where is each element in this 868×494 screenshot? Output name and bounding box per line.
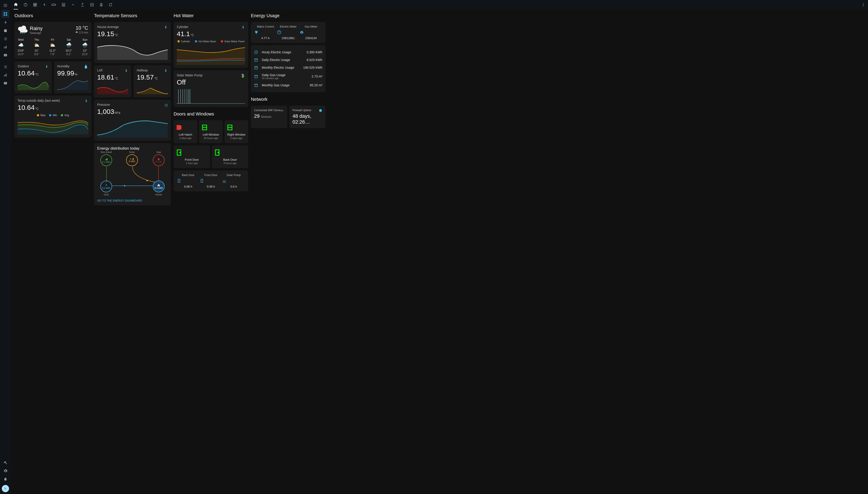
svg-rect-15	[34, 3, 35, 4]
water-icon: 💧	[83, 64, 88, 69]
svg-rect-7	[6, 46, 6, 49]
rain-icon	[18, 25, 27, 35]
chart-icon[interactable]	[0, 43, 11, 51]
door-stats-card[interactable]: Back Door0.06 h Front Door0.06 h Solar P…	[174, 170, 248, 191]
user-avatar[interactable]: h	[2, 485, 9, 492]
thermometer-icon: 🌡	[125, 69, 128, 73]
svg-rect-17	[34, 5, 35, 6]
section-outdoors: Outdoors	[15, 13, 91, 18]
pressure-card[interactable]: ◷ Pressure 1,003hPa	[94, 100, 171, 141]
solar-pump-card[interactable]: 🍃 Solar Water Pump Off	[174, 70, 248, 107]
svg-rect-3	[6, 15, 7, 16]
outdoor-temp-card[interactable]: 🌡 Outdoor 10.64°C	[15, 61, 52, 93]
menu-icon[interactable]	[0, 1, 11, 10]
settings-icon[interactable]	[0, 467, 11, 475]
calendar-icon	[254, 65, 259, 70]
window-closed-icon	[226, 124, 246, 131]
entity-row[interactable]: Monthly Electric Usage199.525 KWh	[254, 64, 322, 71]
svg-rect-10	[5, 74, 6, 76]
section-doors: Doors and Windows	[174, 111, 248, 117]
svg-rect-1	[6, 13, 7, 14]
entity-row[interactable]: Monthly Gas Usage65.20 m³	[254, 81, 322, 89]
overflow-menu-icon[interactable]	[861, 0, 865, 10]
door-left-window[interactable]: Left Window16 hours ago	[199, 120, 223, 143]
weather-card[interactable]: Rainy Swanage 10 °C 2.5 mm Wed☁️13.6°10.…	[15, 22, 91, 59]
house-avg-card[interactable]: 🌡 House Average 19.15°C	[94, 22, 171, 63]
calendar-icon	[254, 74, 259, 78]
svg-rect-59	[255, 66, 258, 69]
media-icon[interactable]	[0, 51, 11, 59]
hallway-card[interactable]: 🌡 Hallway 19.57°C	[134, 65, 171, 97]
topbar	[11, 0, 868, 10]
door-front[interactable]: Front Door1 hour ago	[174, 145, 210, 168]
door-icon	[200, 178, 222, 183]
svg-point-65	[319, 109, 322, 112]
energy-glance-card[interactable]: Mains Current4.77 A Electric Meter236128…	[251, 22, 325, 43]
tab-battery-icon[interactable]	[52, 0, 56, 10]
tab-upload-icon[interactable]	[80, 0, 84, 10]
door-icon	[177, 178, 200, 183]
tab-up-icon[interactable]	[71, 0, 75, 10]
door-closed-icon	[214, 149, 246, 156]
list-icon[interactable]	[0, 35, 11, 43]
forecast-day: Sat🌧️10.1°6.2°	[65, 38, 72, 56]
loft-card[interactable]: 🌡 Loft 18.61°C	[94, 65, 131, 97]
humidity-card[interactable]: 💧 Humidity 99.99%	[54, 61, 91, 93]
gauge-icon: ◷	[165, 103, 168, 107]
svg-point-29	[863, 4, 864, 5]
svg-point-22	[63, 4, 64, 6]
forecast-day: Wed☁️13.6°10.5°	[18, 38, 24, 56]
notifications-icon[interactable]	[0, 475, 11, 483]
chart2-icon[interactable]	[0, 71, 11, 79]
thermometer-icon: 🌡	[84, 99, 88, 103]
tab-washer-icon[interactable]	[61, 0, 65, 10]
chart-line-icon	[222, 178, 245, 183]
temp-daily-card[interactable]: 🌡 Temp outside daily (last week) 10.64°C…	[15, 96, 91, 138]
forecast-day: Thu⛅11°8.6°	[34, 38, 40, 56]
thermometer-icon: 🌡	[241, 25, 245, 29]
svg-point-34	[124, 185, 125, 186]
dashboard-icon[interactable]	[1, 10, 10, 18]
thermometer-icon: 🌡	[45, 64, 49, 69]
window-closed-icon	[201, 124, 221, 131]
weather-condition: Rainy	[30, 25, 42, 32]
door-right-window[interactable]: Right Window2 days ago	[224, 120, 248, 143]
cylinder-card[interactable]: 🌡 Cylinder 41.1°C Cylinder Hot Water Bas…	[174, 22, 248, 68]
entity-row[interactable]: Houly Electric Usage0.300 KWh	[254, 49, 322, 56]
energy-dashboard-link[interactable]: GO TO THE ENERGY DASHBOARD	[97, 199, 168, 202]
sidebar: h	[0, 0, 11, 494]
tab-flash-icon[interactable]	[42, 0, 46, 10]
plug-icon	[254, 30, 277, 35]
svg-rect-57	[255, 59, 258, 61]
weather-location: Swanage	[30, 32, 42, 35]
tab-power-icon[interactable]	[23, 0, 27, 10]
door-loft-hatch[interactable]: Loft Hatch2 days ago	[174, 120, 197, 143]
firewall-uptime-card[interactable]: Firewall Uptime 48 days, 02:26…	[289, 106, 325, 128]
energy-icon[interactable]	[0, 19, 11, 27]
svg-rect-18	[35, 5, 37, 6]
tab-refresh-icon[interactable]	[109, 0, 113, 10]
wifi-icon	[280, 109, 284, 112]
media2-icon[interactable]	[0, 79, 11, 87]
tab-home-icon[interactable]	[14, 0, 18, 10]
svg-rect-63	[255, 84, 258, 87]
entity-row[interactable]: Daily Electric Usage6.523 KWh	[254, 56, 322, 64]
forecast-day: Sun🌧️12°10.5°	[82, 38, 88, 56]
svg-rect-2	[4, 15, 5, 16]
tab-window-icon[interactable]	[90, 0, 94, 10]
door-back[interactable]: Back Door3 hours ago	[212, 145, 248, 168]
calendar-icon	[254, 58, 259, 62]
entity-row[interactable]: Daily Gas Usage10 minutes ago2.73 m³	[254, 71, 322, 81]
wifi-devices-card[interactable]: Connected WiFi Devic… 29 Devices	[251, 106, 287, 128]
energy-distribution-card[interactable]: Energy distribution today Non-fossil0.1 …	[94, 143, 171, 205]
devtools-icon[interactable]	[0, 459, 11, 467]
person-icon[interactable]	[0, 27, 11, 35]
svg-rect-4	[4, 30, 7, 32]
tab-grid-icon[interactable]	[33, 0, 37, 10]
svg-point-51	[218, 152, 219, 153]
tab-speaker-icon[interactable]	[99, 0, 103, 10]
svg-rect-9	[4, 75, 4, 76]
list2-icon[interactable]	[0, 63, 11, 71]
door-closed-icon	[175, 149, 208, 156]
svg-rect-19	[52, 4, 55, 6]
